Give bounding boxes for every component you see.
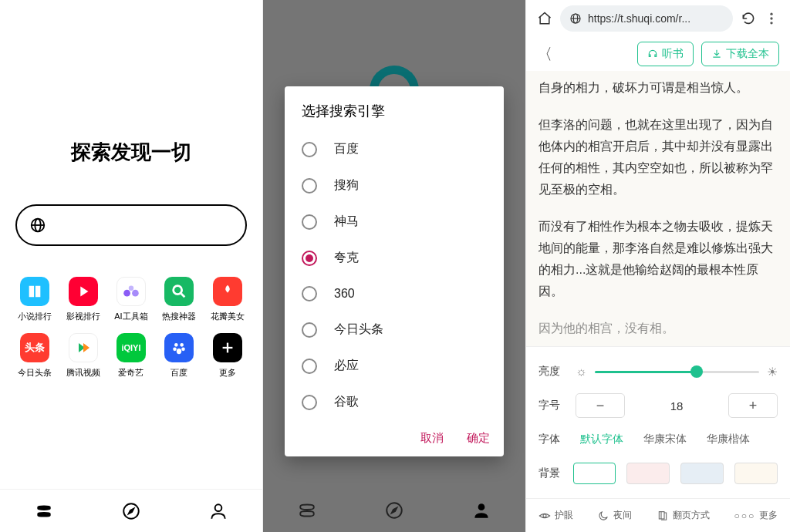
app-item[interactable]: 小说排行: [14, 277, 56, 322]
font-label: 字体: [538, 433, 565, 446]
radio-label: 必应: [334, 358, 359, 374]
svg-point-23: [478, 503, 485, 510]
fontsize-label: 字号: [538, 399, 565, 412]
app-item[interactable]: AI工具箱: [110, 277, 152, 322]
radio-icon: [302, 322, 317, 338]
app-item[interactable]: 更多: [207, 333, 248, 379]
radio-option[interactable]: 百度: [285, 131, 504, 167]
app-item[interactable]: 热搜神器: [158, 277, 200, 322]
book-icon: [20, 277, 49, 306]
radio-option[interactable]: 神马: [285, 204, 504, 240]
search-bar[interactable]: [15, 204, 247, 246]
radio-option[interactable]: 夸克: [285, 240, 504, 276]
fontsize-decrease-button[interactable]: −: [576, 393, 625, 418]
app-item[interactable]: 腾讯视频: [62, 333, 103, 379]
radio-label: 神马: [334, 214, 359, 230]
radio-option[interactable]: 谷歌: [285, 384, 504, 420]
globe-icon: [569, 12, 582, 25]
svg-point-27: [770, 13, 772, 15]
app-label: 小说排行: [18, 311, 52, 322]
download-button[interactable]: 下载全本: [701, 42, 779, 66]
font-option-song[interactable]: 华康宋体: [639, 429, 691, 450]
night-button[interactable]: 夜间: [597, 509, 632, 522]
eyecare-button[interactable]: 护眼: [538, 509, 573, 522]
bg-swatch-pink[interactable]: [626, 463, 670, 484]
radio-option[interactable]: 360: [285, 276, 504, 311]
radio-label: 百度: [334, 141, 359, 157]
paragraph: 但李洛的问题，也就在这里出现了，因为自他体内的相宫开启后，其中却并没有显露出任何…: [538, 114, 778, 200]
svg-point-6: [129, 285, 134, 291]
app-item[interactable]: 百度: [158, 333, 200, 379]
brightness-label: 亮度: [538, 365, 565, 379]
svg-point-29: [770, 22, 772, 24]
refresh-icon[interactable]: [741, 11, 756, 26]
more-button[interactable]: ○○○ 更多: [734, 509, 778, 522]
svg-line-8: [181, 294, 185, 298]
radio-label: 谷歌: [334, 394, 359, 410]
radio-icon: [302, 214, 317, 230]
svg-point-4: [123, 290, 130, 297]
nav-person-icon[interactable]: [208, 501, 228, 521]
radio-option[interactable]: 搜狗: [285, 167, 504, 204]
menu-icon[interactable]: [764, 11, 779, 26]
radio-option[interactable]: 今日头条: [285, 311, 504, 348]
home-icon[interactable]: [537, 11, 552, 26]
svg-marker-22: [392, 508, 397, 513]
svg-point-11: [174, 343, 178, 347]
radio-label: 360: [334, 287, 355, 301]
font-option-kai[interactable]: 华康楷体: [702, 429, 755, 450]
app-item[interactable]: 影视排行: [62, 277, 103, 322]
search-engine-dialog: 选择搜索引擎 百度搜狗神马夸克360今日头条必应谷歌 取消 确定: [285, 86, 504, 456]
svg-point-20: [215, 504, 222, 511]
cancel-button[interactable]: 取消: [420, 431, 444, 446]
svg-point-12: [181, 343, 184, 347]
radio-icon: [302, 178, 317, 194]
radio-icon: [302, 286, 317, 301]
bottom-nav: [0, 489, 262, 532]
nav-home-icon[interactable]: [297, 500, 317, 520]
bg-swatch-blue[interactable]: [680, 463, 724, 484]
app-label: 热搜神器: [162, 311, 196, 322]
ai-icon: [116, 277, 146, 306]
svg-point-14: [182, 348, 186, 352]
nav-home-icon[interactable]: [34, 501, 54, 521]
paragraph: 而没有了相性作为根本之物去吸收，提炼天地间的能量，那李洛自然是难以修炼出强大的相…: [538, 216, 778, 302]
paragraph: 因为他的相宫，没有相。: [538, 318, 778, 339]
explore-title: 探索发现一切: [71, 139, 191, 166]
app-label: 影视排行: [66, 311, 100, 322]
flip-button[interactable]: 翻页方式: [657, 509, 710, 522]
confirm-button[interactable]: 确定: [467, 431, 490, 446]
page-icon: [657, 510, 669, 522]
nav-compass-icon[interactable]: [384, 500, 404, 520]
app-label: 爱奇艺: [118, 367, 143, 379]
back-icon[interactable]: 〈: [537, 44, 552, 65]
bg-swatch-white[interactable]: [573, 463, 616, 484]
radio-option[interactable]: 必应: [285, 348, 504, 384]
dots-icon: ○○○: [734, 510, 755, 521]
listen-button[interactable]: 听书: [637, 42, 694, 66]
svg-marker-10: [83, 343, 89, 352]
svg-point-5: [132, 290, 139, 297]
eye-icon: [538, 510, 551, 522]
moon-icon: [597, 510, 609, 522]
app-item[interactable]: 花瓣美女: [207, 277, 248, 322]
nav-compass-icon[interactable]: [121, 501, 141, 521]
dialog-title: 选择搜索引擎: [285, 102, 504, 131]
radio-icon: [302, 359, 317, 374]
radio-label: 今日头条: [334, 322, 383, 338]
search-icon: [164, 277, 194, 306]
nav-person-icon[interactable]: [471, 500, 491, 520]
app-item[interactable]: iQIYI爱奇艺: [110, 333, 152, 379]
reader-content[interactable]: 自身的相力，破坏力可谓是相当惊人。 但李洛的问题，也就在这里出现了，因为自他体内…: [526, 71, 790, 346]
sun-high-icon: ☀: [767, 365, 778, 379]
font-option-default[interactable]: 默认字体: [576, 429, 628, 450]
globe-icon: [29, 217, 46, 234]
svg-point-30: [543, 514, 546, 517]
url-text: https://t.shuqi.com/r...: [588, 12, 690, 25]
svg-point-28: [770, 17, 772, 19]
brightness-slider[interactable]: [595, 371, 759, 373]
bg-swatch-beige[interactable]: [734, 463, 778, 484]
app-item[interactable]: 头条今日头条: [14, 333, 56, 379]
url-bar[interactable]: https://t.shuqi.com/r...: [560, 5, 733, 32]
fontsize-increase-button[interactable]: +: [728, 393, 778, 418]
